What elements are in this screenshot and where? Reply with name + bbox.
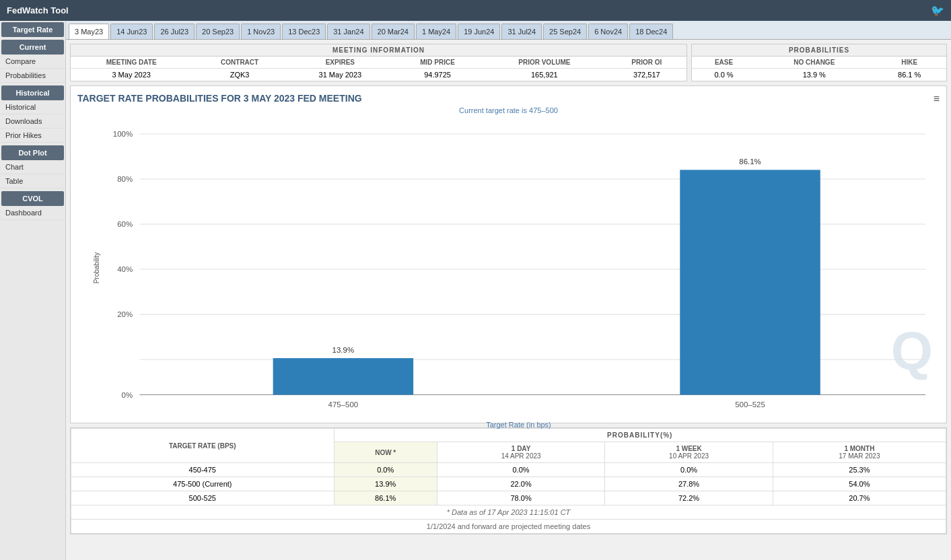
prob-table-row: 450-475 0.0% 0.0% 0.0% 25.3% bbox=[71, 463, 946, 477]
chart-svg: 100% 80% 60% 40% 20% 0% 13.9% 475–500 bbox=[98, 120, 940, 416]
month1-val: 20.7% bbox=[773, 491, 946, 505]
prior-volume-val: 165,921 bbox=[482, 69, 606, 81]
mid-price-val: 94.9725 bbox=[393, 69, 482, 81]
sidebar-target-rate-button[interactable]: Target Rate bbox=[1, 22, 64, 37]
col-1month: 1 MONTH17 MAR 2023 bbox=[773, 442, 946, 463]
probabilities-box: PROBABILITIES EASE NO CHANGE HIKE 0.0 % bbox=[691, 44, 947, 81]
contract-val: ZQK3 bbox=[192, 69, 287, 81]
sidebar: Target Rate Current Compare Probabilitie… bbox=[0, 21, 66, 560]
bar-500-525 bbox=[680, 170, 820, 394]
twitter-icon: 🐦 bbox=[931, 4, 944, 17]
tab-14-jun23[interactable]: 14 Jun23 bbox=[110, 24, 153, 39]
svg-text:80%: 80% bbox=[117, 175, 133, 183]
tab-25-sep24[interactable]: 25 Sep24 bbox=[543, 24, 587, 39]
sidebar-dotplot-section[interactable]: Dot Plot bbox=[1, 145, 64, 160]
probabilities-table: EASE NO CHANGE HIKE 0.0 % 13.9 % 86.1 % bbox=[692, 57, 946, 81]
meeting-info-table: MEETING DATE CONTRACT EXPIRES MID PRICE … bbox=[71, 57, 686, 81]
tab-20-mar24[interactable]: 20 Mar24 bbox=[372, 24, 415, 39]
meeting-info-row: 3 May 2023 ZQK3 31 May 2023 94.9725 165,… bbox=[71, 69, 686, 81]
svg-text:0%: 0% bbox=[122, 391, 133, 399]
day1-val: 0.0% bbox=[437, 463, 604, 477]
sidebar-item-historical[interactable]: Historical bbox=[0, 100, 65, 114]
sidebar-item-table[interactable]: Table bbox=[0, 174, 65, 188]
bar-475-500 bbox=[273, 358, 414, 394]
svg-text:60%: 60% bbox=[117, 220, 133, 228]
day1-val: 22.0% bbox=[437, 477, 604, 491]
col-hike: HIKE bbox=[872, 57, 946, 69]
col-expires: EXPIRES bbox=[287, 57, 393, 69]
day1-val: 78.0% bbox=[437, 491, 604, 505]
app-title: FedWatch Tool bbox=[7, 5, 69, 15]
col-1week: 1 WEEK10 APR 2023 bbox=[605, 442, 773, 463]
meeting-date-val: 3 May 2023 bbox=[71, 69, 192, 81]
rate-col-header: TARGET RATE (BPS) bbox=[71, 429, 334, 463]
now-val: 86.1% bbox=[334, 491, 437, 505]
chart-menu-icon[interactable]: ≡ bbox=[934, 93, 940, 105]
ease-val: 0.0 % bbox=[692, 69, 756, 81]
svg-text:500–525: 500–525 bbox=[735, 400, 765, 409]
tab-18-dec24[interactable]: 18 Dec24 bbox=[629, 24, 673, 39]
meeting-info-box: MEETING INFORMATION MEETING DATE CONTRAC… bbox=[70, 44, 687, 81]
now-val: 13.9% bbox=[334, 477, 437, 491]
tab-19-jun24[interactable]: 19 Jun24 bbox=[458, 24, 500, 39]
rate-val: 475-500 (Current) bbox=[71, 477, 334, 491]
rate-val: 500-525 bbox=[71, 491, 334, 505]
sidebar-item-compare[interactable]: Compare bbox=[0, 55, 65, 69]
chart-subtitle: Current target rate is 475–500 bbox=[77, 106, 940, 114]
tab-13-dec23[interactable]: 13 Dec23 bbox=[282, 24, 326, 39]
svg-text:13.9%: 13.9% bbox=[332, 346, 354, 354]
tab-31-jan24[interactable]: 31 Jan24 bbox=[327, 24, 369, 39]
probabilities-row: 0.0 % 13.9 % 86.1 % bbox=[692, 69, 946, 81]
sidebar-historical-section[interactable]: Historical bbox=[1, 85, 64, 100]
tab-20-sep23[interactable]: 20 Sep23 bbox=[196, 24, 240, 39]
chart-container: Probability 100% 80% 60% bbox=[98, 120, 940, 416]
tab-6-nov24[interactable]: 6 Nov24 bbox=[588, 24, 628, 39]
col-prior-volume: PRIOR VOLUME bbox=[482, 57, 606, 69]
week1-val: 0.0% bbox=[605, 463, 773, 477]
sidebar-item-chart[interactable]: Chart bbox=[0, 160, 65, 174]
col-prior-oi: PRIOR OI bbox=[607, 57, 686, 69]
tab-1-may24[interactable]: 1 May24 bbox=[416, 24, 456, 39]
bottom-note: 1/1/2024 and forward are projected meeti… bbox=[71, 520, 946, 534]
svg-text:40%: 40% bbox=[117, 265, 133, 273]
bottom-table-box: TARGET RATE (BPS) PROBABILITY(%) NOW * 1… bbox=[70, 427, 947, 534]
tab-1-nov23[interactable]: 1 Nov23 bbox=[241, 24, 281, 39]
now-val: 0.0% bbox=[334, 463, 437, 477]
y-axis-label: Probability bbox=[93, 252, 100, 284]
table-footnote: * Data as of 17 Apr 2023 11:15:01 CT bbox=[71, 505, 946, 520]
col-meeting-date: MEETING DATE bbox=[71, 57, 192, 69]
week1-val: 72.2% bbox=[605, 491, 773, 505]
prob-table-row: 475-500 (Current) 13.9% 22.0% 27.8% 54.0… bbox=[71, 477, 946, 491]
col-now: NOW * bbox=[334, 442, 437, 463]
rate-val: 450-475 bbox=[71, 463, 334, 477]
col-no-change: NO CHANGE bbox=[756, 57, 872, 69]
sidebar-item-downloads[interactable]: Downloads bbox=[0, 114, 65, 129]
sidebar-item-prior-hikes[interactable]: Prior Hikes bbox=[0, 129, 65, 143]
sidebar-item-probabilities[interactable]: Probabilities bbox=[0, 69, 65, 83]
chart-box: TARGET RATE PROBABILITIES FOR 3 MAY 2023… bbox=[70, 85, 947, 423]
tab-26-jul23[interactable]: 26 Jul23 bbox=[154, 24, 195, 39]
col-1day: 1 DAY14 APR 2023 bbox=[437, 442, 604, 463]
probabilities-header: PROBABILITIES bbox=[692, 44, 946, 57]
col-mid-price: MID PRICE bbox=[393, 57, 482, 69]
prior-oi-val: 372,517 bbox=[607, 69, 686, 81]
titlebar: FedWatch Tool 🐦 bbox=[0, 0, 951, 21]
no-change-val: 13.9 % bbox=[756, 69, 872, 81]
month1-val: 54.0% bbox=[773, 477, 946, 491]
info-row: MEETING INFORMATION MEETING DATE CONTRAC… bbox=[70, 44, 947, 81]
svg-text:20%: 20% bbox=[117, 310, 133, 318]
hike-val: 86.1 % bbox=[872, 69, 946, 81]
tab-31-jul24[interactable]: 31 Jul24 bbox=[501, 24, 542, 39]
sidebar-cvol-section[interactable]: CVOL bbox=[1, 191, 64, 206]
tab-3-may23[interactable]: 3 May23 bbox=[69, 24, 109, 39]
content-area: MEETING INFORMATION MEETING DATE CONTRAC… bbox=[66, 40, 951, 560]
meeting-info-header: MEETING INFORMATION bbox=[71, 44, 686, 57]
col-contract: CONTRACT bbox=[192, 57, 287, 69]
month1-val: 25.3% bbox=[773, 463, 946, 477]
col-ease: EASE bbox=[692, 57, 756, 69]
tabbar: 3 May2314 Jun2326 Jul2320 Sep231 Nov2313… bbox=[66, 21, 951, 40]
prob-table-row: 500-525 86.1% 78.0% 72.2% 20.7% bbox=[71, 491, 946, 505]
sidebar-current-section[interactable]: Current bbox=[1, 40, 64, 55]
prob-section-header: PROBABILITY(%) bbox=[334, 429, 946, 442]
sidebar-item-dashboard[interactable]: Dashboard bbox=[0, 206, 65, 220]
